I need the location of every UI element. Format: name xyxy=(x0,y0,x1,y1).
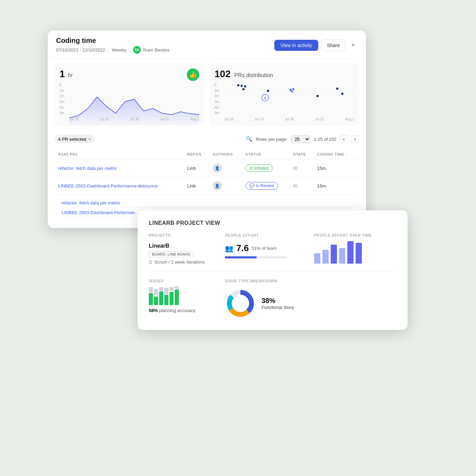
pr-selected-badge[interactable]: 4 PR selected × xyxy=(55,135,94,143)
divider: | xyxy=(108,47,109,53)
bar-5 xyxy=(347,241,354,264)
scrum-label: Scrum / 2 week iterations xyxy=(154,259,205,265)
effort-bar xyxy=(225,256,257,258)
svg-point-12 xyxy=(244,85,246,88)
card-header: Coding time 07/10/2022 - 12/10/2022 | We… xyxy=(48,30,366,58)
scatter-y-axis: 5m 4m 3m 2m 1m 0 xyxy=(214,83,223,115)
rows-select-dropdown[interactable]: 25 50 100 xyxy=(291,135,310,143)
divider2: | xyxy=(129,47,130,53)
donut-svg xyxy=(225,288,256,319)
coding-time-unit: hr xyxy=(68,72,73,78)
table-toolbar: 4 PR selected × 🔍 Rows per page: 25 50 1… xyxy=(55,131,359,147)
scatter-area: 5m 4m 3m 2m 1m 0 xyxy=(214,83,354,121)
prev-page-button[interactable]: ‹ xyxy=(340,135,348,143)
plan-bar-group xyxy=(164,288,168,305)
plan-bar-gray xyxy=(175,286,179,289)
plan-bar-green xyxy=(149,293,153,305)
svg-point-22 xyxy=(336,88,339,90)
pagination-info: 1-25 of 102 xyxy=(314,137,337,142)
scrum-row: Scrum / 2 week iterations xyxy=(149,259,218,265)
plan-bar-gray xyxy=(159,287,163,291)
date-range: 07/10/2022 - 12/10/2022 xyxy=(56,47,105,53)
svg-point-13 xyxy=(242,88,245,91)
main-card: Coding time 07/10/2022 - 12/10/2022 | We… xyxy=(48,30,366,228)
svg-point-11 xyxy=(240,85,243,87)
bar-2 xyxy=(322,250,329,264)
rows-select[interactable]: 25 50 100 xyxy=(291,135,310,143)
pr-badge-close-icon[interactable]: × xyxy=(88,136,91,142)
card-subtitle: 07/10/2022 - 12/10/2022 | Weekly | TA Te… xyxy=(56,46,170,54)
coding-time-1: 15m xyxy=(314,159,359,177)
charts-row: 1 hr 👍 5m 4m 3m 2m 1m 0 xyxy=(48,58,366,131)
coding-time-area: 5m 4m 3m 2m 1m 0 xyxy=(60,83,199,121)
status-badge-1: ⇄ Initiated xyxy=(246,164,273,172)
svg-text:5: 5 xyxy=(264,97,266,100)
list-item[interactable]: refactor: fetch data per metric xyxy=(62,198,352,208)
bar-6 xyxy=(356,243,362,264)
inreview-icon: 💬 xyxy=(249,183,255,188)
team-avatar: TA xyxy=(133,46,141,54)
svg-point-19 xyxy=(292,88,294,90)
plan-bar-green xyxy=(154,296,158,305)
projects-col-header: PROJECTS xyxy=(149,233,218,237)
pr-selected-label: 4 PR selected xyxy=(58,137,86,142)
state-header: STATE xyxy=(290,149,313,159)
status-badge-2: 💬 In Review xyxy=(246,182,278,190)
author-avatar-1: 👤 xyxy=(213,164,222,173)
repo-1: Linb xyxy=(184,159,209,177)
bar-chart-mini xyxy=(314,243,396,264)
card-title: Coding time xyxy=(56,37,170,45)
prs-label: PRs distribution xyxy=(234,72,273,78)
svg-point-20 xyxy=(291,91,293,92)
prs-table: 4/102 PRs REPOS AUTHORS STATUS STATE COD… xyxy=(55,149,359,195)
search-button[interactable]: 🔍 xyxy=(246,136,253,142)
table-body: refactor: fetch data per metric Linb 👤 ⇄… xyxy=(55,159,359,195)
coding-time-chart: 1 hr 👍 5m 4m 3m 2m 1m 0 xyxy=(55,64,204,126)
status-header: STATUS xyxy=(242,149,290,159)
project-view-title: LINEARB PROJECT VIEW xyxy=(149,220,396,226)
state-1: ✉ xyxy=(290,159,313,177)
toolbar-right: 🔍 Rows per page: 25 50 100 1-25 of 102 ‹… xyxy=(246,135,359,143)
close-button[interactable]: × xyxy=(348,40,358,50)
people-icon: 👥 xyxy=(225,244,234,253)
state-2: ✉ xyxy=(290,177,313,195)
project-columns: PROJECTS LinearB BOARD: LINB BOARD Scrum… xyxy=(149,233,396,272)
team-name: Team Besties xyxy=(143,47,170,53)
coding-time-stat: 1 hr xyxy=(60,68,199,80)
bar-3 xyxy=(331,245,337,264)
effort-pct: 51% of team xyxy=(251,246,277,251)
plan-bar-green xyxy=(159,291,163,305)
donut-chart xyxy=(225,288,256,319)
issues-header: ISSUES xyxy=(149,279,218,283)
board-badge: BOARD: LINB BOARD xyxy=(149,251,194,257)
project-card: LINEARB PROJECT VIEW PROJECTS LinearB BO… xyxy=(138,210,408,330)
pr-link-2[interactable]: LINBEE-2503-Dashboard-Performance-deboun… xyxy=(58,183,158,189)
table-container: 4/102 PRs REPOS AUTHORS STATUS STATE COD… xyxy=(55,149,359,195)
plan-bar-green xyxy=(170,292,174,305)
svg-point-10 xyxy=(237,84,240,86)
bar-1 xyxy=(314,253,320,264)
author-avatar-2: 👤 xyxy=(213,181,222,190)
plan-bar-gray xyxy=(170,287,174,291)
view-in-activity-button[interactable]: View in activity xyxy=(274,40,319,51)
plan-bar-group xyxy=(170,287,174,305)
svg-point-21 xyxy=(316,95,319,97)
svg-point-23 xyxy=(341,93,344,95)
pr-count-header: 4/102 PRs xyxy=(55,149,184,159)
planning-bars xyxy=(149,288,218,305)
plan-bar-group xyxy=(149,287,153,305)
table-header-row: 4/102 PRs REPOS AUTHORS STATUS STATE COD… xyxy=(55,149,359,159)
share-button[interactable]: Share xyxy=(321,39,346,51)
x-axis: Jul 28 Jul 29 Jul 30 Jul 31 Aug 1 xyxy=(69,117,199,121)
effort-value: 👥 7.6 51% of team xyxy=(225,243,307,254)
thumbs-up-icon: 👍 xyxy=(187,68,199,81)
rows-per-page-label: Rows per page: xyxy=(256,137,287,142)
repos-header: REPOS xyxy=(184,149,209,159)
next-page-button[interactable]: › xyxy=(351,135,359,143)
projects-col: PROJECTS LinearB BOARD: LINB BOARD Scrum… xyxy=(149,233,218,265)
svg-point-16 xyxy=(267,90,269,92)
pr-link-1[interactable]: refactor: fetch data per metric xyxy=(58,166,117,171)
y-axis: 5m 4m 3m 2m 1m 0 xyxy=(60,83,68,115)
plan-bar-gray xyxy=(154,289,158,296)
scrum-dot-icon xyxy=(149,260,152,264)
